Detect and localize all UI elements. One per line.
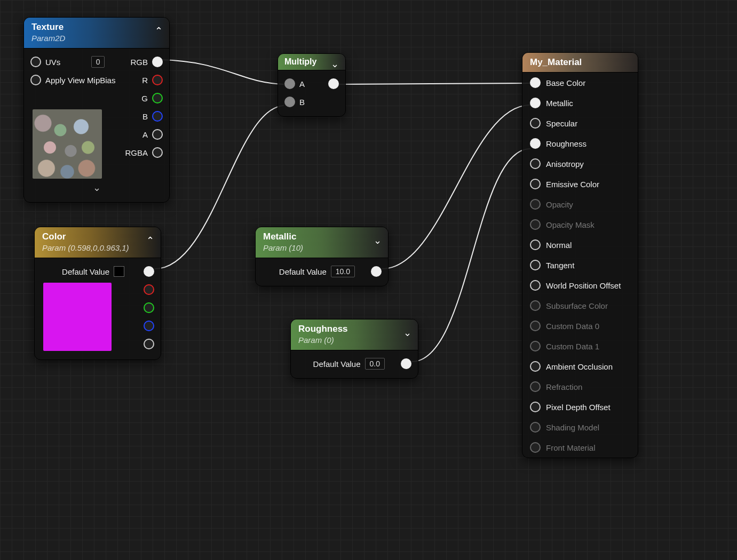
metallic-node-header[interactable]: Metallic Param (10) ⌄ — [256, 227, 388, 258]
input-pin-icon[interactable] — [530, 98, 541, 108]
material-pin-shading-model[interactable]: Shading Model — [522, 417, 638, 437]
texture-preview — [33, 109, 102, 179]
a-label: A — [142, 130, 148, 139]
multiply-a-pin[interactable] — [284, 78, 295, 89]
material-pin-label: Tangent — [546, 261, 574, 270]
input-pin-icon[interactable] — [530, 199, 541, 210]
b-output-pin[interactable] — [152, 111, 163, 122]
texture-node-header[interactable]: Texture Param2D ⌃ — [24, 18, 169, 49]
material-pin-label: Front Material — [546, 443, 596, 452]
input-pin-icon[interactable] — [530, 260, 541, 270]
material-pin-opacity[interactable]: Opacity — [522, 194, 638, 214]
material-pin-label: Emissive Color — [546, 180, 599, 189]
input-pin-icon[interactable] — [530, 239, 541, 250]
collapse-icon[interactable]: ⌃ — [146, 235, 154, 246]
material-pin-label: Anisotropy — [546, 159, 584, 169]
material-pin-custom-data-0[interactable]: Custom Data 0 — [522, 316, 638, 336]
texture-node[interactable]: Texture Param2D ⌃ UVs 0 RGB Apply View M… — [23, 17, 170, 203]
multiply-output-pin[interactable] — [328, 78, 339, 89]
expand-icon[interactable]: ⌄ — [374, 235, 382, 246]
input-pin-icon[interactable] — [530, 361, 541, 372]
material-pin-label: Opacity Mask — [546, 220, 595, 229]
expand-icon[interactable]: ⌄ — [30, 182, 163, 197]
input-pin-icon[interactable] — [530, 158, 541, 169]
metallic-output-pin[interactable] — [371, 266, 382, 277]
metallic-node-subtitle: Param (10) — [263, 243, 381, 252]
metallic-node[interactable]: Metallic Param (10) ⌄ Default Value 10.0 — [255, 227, 389, 286]
g-label: G — [141, 94, 148, 103]
roughness-node-title: Roughness — [298, 324, 410, 334]
roughness-node-header[interactable]: Roughness Param (0) ⌄ — [291, 319, 418, 350]
roughness-node[interactable]: Roughness Param (0) ⌄ Default Value 0.0 — [290, 319, 418, 379]
material-pin-label: Base Color — [546, 78, 585, 87]
input-pin-icon[interactable] — [530, 219, 541, 230]
color-preview — [43, 283, 112, 351]
roughness-output-pin[interactable] — [401, 358, 411, 369]
material-node-title: My_Material — [530, 57, 630, 68]
material-pin-metallic[interactable]: Metallic — [522, 93, 638, 113]
multiply-b-pin[interactable] — [284, 97, 295, 107]
input-pin-icon[interactable] — [530, 341, 541, 351]
material-pin-tangent[interactable]: Tangent — [522, 255, 638, 275]
material-pin-normal[interactable]: Normal — [522, 235, 638, 255]
rgba-output-pin[interactable] — [152, 147, 163, 158]
material-pin-ambient-occlusion[interactable]: Ambient Occlusion — [522, 356, 638, 377]
b-label: B — [142, 112, 148, 121]
input-pin-icon[interactable] — [530, 138, 541, 149]
material-pin-base-color[interactable]: Base Color — [522, 73, 638, 93]
color-swatch-small[interactable] — [114, 266, 124, 277]
input-pin-icon[interactable] — [530, 402, 541, 412]
color-r-pin[interactable] — [144, 284, 154, 295]
material-pin-world-position-offset[interactable]: World Position Offset — [522, 275, 638, 295]
color-node-subtitle: Param (0.598,0,0.963,1) — [42, 243, 153, 252]
color-output-pin[interactable] — [144, 266, 154, 277]
input-pin-icon[interactable] — [530, 442, 541, 453]
mipbias-label: Apply View MipBias — [45, 76, 138, 85]
material-output-node[interactable]: My_Material Base ColorMetallicSpecularRo… — [522, 52, 638, 458]
rgba-label: RGBA — [125, 148, 148, 157]
multiply-a-label: A — [299, 79, 324, 89]
uvs-value[interactable]: 0 — [91, 56, 105, 68]
uvs-input-pin[interactable] — [30, 57, 41, 67]
material-pin-opacity-mask[interactable]: Opacity Mask — [522, 214, 638, 235]
color-a-pin[interactable] — [144, 339, 154, 349]
expand-icon[interactable]: ⌄ — [403, 327, 411, 339]
material-pin-roughness[interactable]: Roughness — [522, 133, 638, 154]
material-pin-custom-data-1[interactable]: Custom Data 1 — [522, 336, 638, 356]
texture-node-title: Texture — [31, 22, 162, 33]
r-output-pin[interactable] — [152, 75, 163, 85]
multiply-node[interactable]: Multiply ⌄ A B — [278, 53, 346, 117]
material-pin-anisotropy[interactable]: Anisotropy — [522, 154, 638, 174]
color-b-pin[interactable] — [144, 321, 154, 331]
material-pin-refraction[interactable]: Refraction — [522, 377, 638, 397]
roughness-value[interactable]: 0.0 — [365, 358, 385, 370]
multiply-node-header[interactable]: Multiply ⌄ — [278, 54, 345, 70]
material-pin-label: Ambient Occlusion — [546, 362, 613, 371]
input-pin-icon[interactable] — [530, 321, 541, 331]
material-pin-subsurface-color[interactable]: Subsurface Color — [522, 295, 638, 316]
input-pin-icon[interactable] — [530, 179, 541, 189]
color-g-pin[interactable] — [144, 302, 154, 313]
material-pin-label: Specular — [546, 119, 577, 128]
expand-icon[interactable]: ⌄ — [331, 58, 339, 70]
material-pin-pixel-depth-offset[interactable]: Pixel Depth Offset — [522, 397, 638, 417]
input-pin-icon[interactable] — [530, 77, 541, 88]
input-pin-icon[interactable] — [530, 280, 541, 291]
input-pin-icon[interactable] — [530, 118, 541, 129]
material-pin-front-material[interactable]: Front Material — [522, 437, 638, 458]
input-pin-icon[interactable] — [530, 422, 541, 433]
input-pin-icon[interactable] — [530, 381, 541, 392]
mipbias-input-pin[interactable] — [30, 75, 41, 85]
material-pin-emissive-color[interactable]: Emissive Color — [522, 174, 638, 194]
material-node-header[interactable]: My_Material — [522, 53, 638, 73]
rgb-output-pin[interactable] — [152, 57, 163, 67]
a-output-pin[interactable] — [152, 129, 163, 140]
color-node-header[interactable]: Color Param (0.598,0,0.963,1) ⌃ — [35, 227, 161, 258]
input-pin-icon[interactable] — [530, 300, 541, 311]
metallic-value[interactable]: 10.0 — [331, 266, 355, 277]
material-pin-specular[interactable]: Specular — [522, 113, 638, 133]
color-node[interactable]: Color Param (0.598,0,0.963,1) ⌃ Default … — [34, 227, 161, 360]
material-pin-label: Opacity — [546, 200, 573, 209]
collapse-icon[interactable]: ⌃ — [155, 25, 163, 37]
g-output-pin[interactable] — [152, 93, 163, 103]
